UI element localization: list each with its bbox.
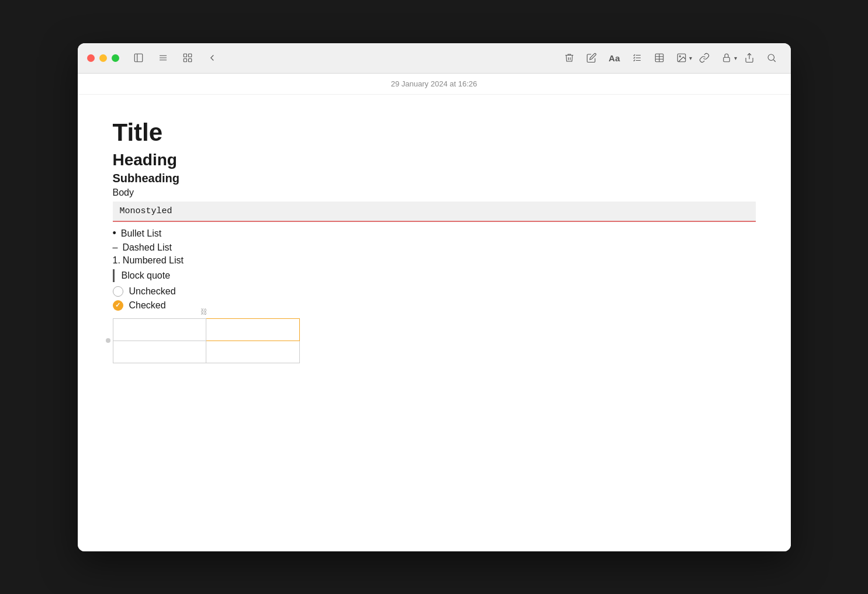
search-button[interactable]	[762, 49, 781, 67]
doc-body[interactable]: Body	[113, 187, 756, 198]
lock-chevron-icon: ▾	[734, 55, 737, 61]
checklist-icon	[632, 53, 642, 63]
minimize-button[interactable]	[99, 54, 107, 62]
checkbox-unchecked[interactable]	[113, 286, 123, 297]
share-button[interactable]	[739, 49, 759, 67]
grid-view-button[interactable]	[178, 49, 198, 67]
trash-icon	[564, 53, 575, 63]
bullet-list: • Bullet List	[113, 227, 756, 240]
bullet-icon: •	[113, 228, 116, 238]
link-button[interactable]	[694, 49, 714, 67]
list-icon	[158, 53, 168, 63]
share-icon	[744, 53, 755, 63]
link-icon	[699, 53, 710, 63]
app-window: Aa	[78, 43, 791, 551]
svg-rect-6	[188, 54, 191, 57]
list-view-button[interactable]	[153, 49, 173, 67]
number-label: 1.	[113, 255, 120, 266]
format-label: Aa	[608, 53, 620, 63]
sidebar-toggle-button[interactable]	[129, 49, 148, 67]
close-button[interactable]	[87, 54, 95, 62]
svg-point-20	[768, 54, 774, 61]
table-button[interactable]	[649, 49, 669, 67]
lock-button[interactable]	[717, 49, 733, 67]
checkbox-checked[interactable]: ✓	[113, 300, 123, 311]
svg-rect-18	[723, 57, 729, 62]
media-button-group[interactable]: ▾	[672, 49, 692, 67]
table-cell[interactable]	[113, 341, 206, 363]
doc-monospaced[interactable]: Monostyled	[113, 202, 756, 222]
doc-table[interactable]	[113, 318, 300, 363]
block-quote-text: Block quote	[122, 270, 171, 280]
checklist-button[interactable]	[627, 49, 647, 67]
numbered-list-text: Numbered List	[123, 255, 184, 266]
format-button[interactable]: Aa	[604, 50, 624, 67]
table-row	[113, 341, 299, 363]
table-icon	[654, 53, 665, 63]
unchecked-label: Unchecked	[129, 286, 176, 297]
lock-button-group[interactable]: ▾	[717, 49, 737, 67]
timestamp-text: 29 January 2024 at 16:26	[391, 79, 477, 88]
table-link-icon: ⛓	[200, 308, 208, 316]
checked-item[interactable]: ✓ Checked	[113, 298, 756, 312]
checkmark-icon: ✓	[115, 301, 120, 309]
dashed-list-item[interactable]: – Dashed List	[113, 241, 756, 254]
back-icon	[207, 53, 217, 63]
table-cell[interactable]	[113, 318, 206, 341]
row-handle[interactable]	[106, 338, 110, 343]
svg-point-17	[679, 55, 680, 57]
unchecked-item[interactable]: Unchecked	[113, 284, 756, 298]
svg-rect-8	[188, 59, 191, 62]
svg-rect-0	[134, 54, 143, 62]
edit-button[interactable]	[582, 49, 601, 67]
toolbar-right: Aa	[559, 49, 781, 67]
content-area: Title Heading Subheading Body Monostyled…	[78, 95, 791, 551]
toolbar-left	[129, 49, 222, 67]
grid-icon	[182, 53, 193, 63]
delete-button[interactable]	[559, 49, 579, 67]
search-icon	[766, 53, 777, 63]
doc-title[interactable]: Title	[113, 118, 756, 147]
dashed-list-text: Dashed List	[122, 242, 172, 253]
bullet-list-text: Bullet List	[121, 228, 161, 239]
pencil-icon	[586, 53, 597, 63]
back-button[interactable]	[202, 49, 222, 67]
checked-label: Checked	[129, 300, 166, 311]
maximize-button[interactable]	[112, 54, 119, 62]
media-button[interactable]	[672, 49, 688, 67]
titlebar: Aa	[78, 43, 791, 74]
svg-rect-5	[184, 54, 186, 57]
table-cell[interactable]	[206, 341, 300, 363]
sidebar-icon	[133, 53, 144, 63]
timestamp-bar: 29 January 2024 at 16:26	[78, 74, 791, 95]
table-cell-active[interactable]	[206, 318, 300, 341]
block-quote[interactable]: Block quote	[113, 269, 756, 282]
table-row	[113, 318, 299, 341]
svg-line-21	[773, 60, 775, 61]
doc-subheading[interactable]: Subheading	[113, 172, 756, 185]
lock-icon	[721, 53, 732, 63]
doc-heading[interactable]: Heading	[113, 151, 756, 169]
numbered-list-item[interactable]: 1. Numbered List	[113, 254, 756, 267]
traffic-lights	[87, 54, 119, 62]
image-icon	[676, 53, 687, 63]
list-item[interactable]: • Bullet List	[113, 227, 756, 240]
svg-rect-7	[184, 59, 186, 62]
table-container: ⛓	[113, 318, 756, 366]
dash-icon: –	[113, 242, 118, 253]
media-chevron-icon: ▾	[689, 55, 692, 61]
